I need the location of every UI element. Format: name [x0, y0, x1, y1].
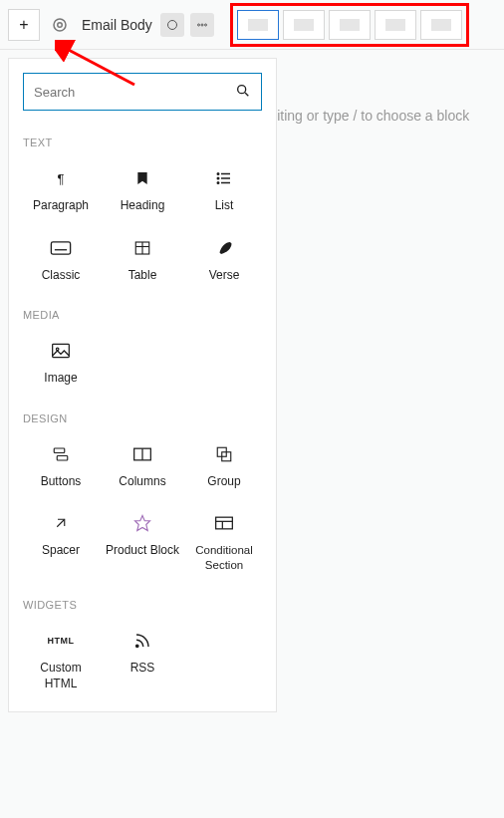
- block-table[interactable]: Table: [105, 236, 180, 284]
- template-option-2[interactable]: [283, 10, 325, 40]
- block-inserter-panel: TEXT ¶ Paragraph Heading List: [8, 58, 277, 712]
- category-widgets-label: WIDGETS: [23, 599, 262, 611]
- page-title: Email Body: [82, 17, 152, 33]
- list-icon: [212, 166, 236, 190]
- toolbar: + Email Body: [0, 0, 504, 50]
- svg-point-8: [238, 85, 246, 93]
- section-icon: [212, 511, 236, 535]
- rss-icon: [130, 629, 154, 653]
- svg-rect-16: [51, 241, 70, 253]
- keyboard-icon: [49, 236, 73, 260]
- svg-rect-27: [54, 448, 65, 453]
- image-icon: [49, 339, 73, 363]
- template-option-3[interactable]: [329, 10, 371, 40]
- block-heading[interactable]: Heading: [105, 166, 180, 214]
- template-option-1[interactable]: [237, 10, 279, 40]
- search-input[interactable]: [34, 85, 235, 100]
- svg-rect-28: [57, 455, 68, 460]
- svg-point-1: [58, 22, 63, 27]
- svg-point-0: [54, 19, 66, 31]
- toolbar-action-1[interactable]: [160, 13, 184, 37]
- block-rss[interactable]: RSS: [105, 629, 180, 691]
- block-verse[interactable]: Verse: [186, 236, 262, 284]
- template-option-4[interactable]: [375, 10, 416, 40]
- svg-point-2: [167, 20, 176, 29]
- template-selector: [230, 3, 469, 47]
- svg-point-5: [204, 24, 206, 26]
- search-wrap: [23, 73, 262, 111]
- category-media-label: MEDIA: [23, 309, 262, 321]
- svg-point-4: [197, 24, 199, 26]
- category-design-label: DESIGN: [23, 412, 262, 424]
- block-columns[interactable]: Columns: [105, 442, 180, 490]
- table-icon: [130, 236, 154, 260]
- svg-line-9: [245, 93, 248, 96]
- template-option-5[interactable]: [420, 10, 462, 40]
- svg-point-13: [217, 173, 219, 175]
- svg-rect-34: [216, 518, 233, 530]
- svg-point-3: [201, 24, 203, 26]
- block-buttons[interactable]: Buttons: [23, 442, 99, 490]
- svg-point-14: [217, 177, 219, 179]
- block-spacer[interactable]: Spacer: [23, 511, 99, 573]
- svg-rect-25: [53, 345, 70, 358]
- columns-icon: [130, 442, 154, 466]
- block-list[interactable]: List: [186, 166, 262, 214]
- toolbar-action-2[interactable]: [190, 13, 214, 37]
- block-image[interactable]: Image: [23, 339, 99, 387]
- svg-marker-33: [135, 516, 150, 531]
- search-icon: [235, 83, 251, 102]
- pilcrow-icon: ¶: [49, 166, 73, 190]
- block-conditional[interactable]: Conditional Section: [186, 511, 262, 573]
- block-custom-html[interactable]: HTML Custom HTML: [23, 629, 99, 691]
- svg-point-37: [136, 645, 138, 647]
- plus-icon: +: [19, 16, 28, 34]
- block-classic[interactable]: Classic: [23, 236, 99, 284]
- buttons-icon: [49, 442, 73, 466]
- block-group[interactable]: Group: [186, 442, 262, 490]
- category-text-label: TEXT: [23, 136, 262, 148]
- bookmark-icon: [130, 166, 154, 190]
- spacer-icon: [49, 511, 73, 535]
- star-icon: [130, 511, 154, 535]
- add-block-button[interactable]: +: [8, 9, 40, 41]
- quill-icon: [212, 236, 236, 260]
- block-product[interactable]: Product Block: [105, 511, 180, 573]
- html-icon: HTML: [49, 629, 73, 653]
- svg-point-15: [217, 182, 219, 184]
- block-paragraph[interactable]: ¶ Paragraph: [23, 166, 99, 214]
- group-icon: [212, 442, 236, 466]
- settings-icon[interactable]: [46, 11, 74, 39]
